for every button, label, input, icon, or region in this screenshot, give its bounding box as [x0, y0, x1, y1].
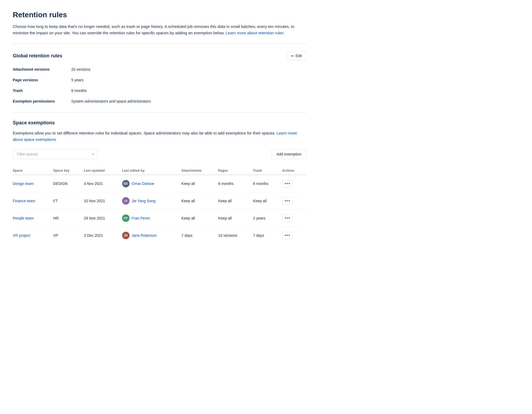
cell-trash-3: 7 days [253, 227, 282, 244]
chevron-down-icon: ▾ [92, 152, 94, 156]
cell-last-updated-3: 3 Dec 2021 [84, 227, 122, 244]
cell-space-1: Finance team [13, 192, 53, 210]
col-space: Space [13, 167, 53, 175]
exemption-permissions-value: System administrators and space administ… [71, 98, 306, 105]
cell-actions-2: ••• [282, 210, 306, 227]
cell-pages-3: 10 versions [218, 227, 253, 244]
section-divider-2 [13, 112, 306, 113]
edit-label: Edit [296, 54, 302, 58]
cell-trash-0: 6 months [253, 175, 282, 192]
col-space-key: Space key [53, 167, 84, 175]
learn-more-retention-link[interactable]: Learn more about retention rules [226, 31, 284, 35]
cell-last-edited-1: JY Jie Yang Song [122, 192, 181, 210]
global-rules-title: Global retention rules [13, 53, 62, 59]
cell-trash-2: 2 years [253, 210, 282, 227]
more-actions-button-0[interactable]: ••• [282, 180, 293, 187]
more-actions-button-3[interactable]: ••• [282, 232, 293, 239]
cell-last-edited-3: JR Jane Rotanson [122, 227, 181, 244]
cell-pages-0: 6 months [218, 175, 253, 192]
exemptions-table: Space Space key Last updated Last edited… [13, 167, 306, 244]
space-exemptions-header: Space exemptions [13, 120, 306, 126]
col-pages: Pages [218, 167, 253, 175]
edit-button[interactable]: ✏ Edit [286, 51, 306, 60]
section-divider-1 [13, 44, 306, 44]
col-last-edited-by: Last edited by [122, 167, 181, 175]
space-link-3[interactable]: VR project [13, 233, 30, 238]
cell-actions-0: ••• [282, 175, 306, 192]
attachment-versions-value: 20 versions [71, 66, 306, 73]
page-title: Retention rules [13, 11, 306, 19]
cell-space-key-3: VP [53, 227, 84, 244]
cell-trash-1: Keep all [253, 192, 282, 210]
space-link-2[interactable]: People team [13, 216, 34, 220]
cell-space-2: People team [13, 210, 53, 227]
more-actions-button-1[interactable]: ••• [282, 197, 293, 205]
col-attachments: Attachments [181, 167, 218, 175]
cell-last-edited-0: OD Omar Darboe [122, 175, 181, 192]
table-row: People team HR 29 Nov 2021 FP Fran Perez… [13, 210, 306, 227]
attachment-versions-label: Attachment versions [13, 66, 71, 73]
exemption-permissions-label: Exemption permissions [13, 98, 71, 105]
editor-link-2[interactable]: Fran Perez [132, 216, 150, 220]
global-rules-header: Global retention rules ✏ Edit [13, 51, 306, 60]
table-row: Finance team FT 10 Nov 2021 JY Jie Yang … [13, 192, 306, 210]
global-rules-grid: Attachment versions 20 versions Page ver… [13, 66, 306, 105]
cell-attachments-0: Keep all [181, 175, 218, 192]
cell-pages-2: Keep all [218, 210, 253, 227]
space-link-0[interactable]: Design team [13, 181, 34, 186]
cell-last-updated-0: 4 Nov 2021 [84, 175, 122, 192]
cell-space-key-1: FT [53, 192, 84, 210]
space-exemptions-title: Space exemptions [13, 120, 55, 126]
page-versions-value: 5 years [71, 76, 306, 84]
space-link-1[interactable]: Finance team [13, 199, 35, 203]
col-last-updated: Last updated [84, 167, 122, 175]
page-description: Choose how long to keep data that's no l… [13, 23, 306, 36]
avatar-0: OD [122, 180, 130, 187]
cell-last-updated-2: 29 Nov 2021 [84, 210, 122, 227]
filter-spaces-dropdown[interactable]: Filter spaces ▾ [13, 149, 98, 159]
cell-actions-3: ••• [282, 227, 306, 244]
avatar-2: FP [122, 214, 130, 222]
editor-link-0[interactable]: Omar Darboe [132, 181, 154, 186]
page-versions-label: Page versions [13, 76, 71, 84]
add-exemption-button[interactable]: Add exemption [272, 149, 306, 159]
table-row: Design team DESIGN 4 Nov 2021 OD Omar Da… [13, 175, 306, 192]
cell-space-3: VR project [13, 227, 53, 244]
cell-space-0: Design team [13, 175, 53, 192]
avatar-1: JY [122, 197, 130, 205]
cell-attachments-2: Keep all [181, 210, 218, 227]
trash-label: Trash [13, 87, 71, 94]
cell-actions-1: ••• [282, 192, 306, 210]
cell-last-edited-2: FP Fran Perez [122, 210, 181, 227]
cell-last-updated-1: 10 Nov 2021 [84, 192, 122, 210]
cell-pages-1: Keep all [218, 192, 253, 210]
pencil-icon: ✏ [291, 54, 294, 58]
space-exemptions-description: Exemptions allow you to set different re… [13, 130, 306, 143]
cell-space-key-0: DESIGN [53, 175, 84, 192]
cell-attachments-3: 7 days [181, 227, 218, 244]
editor-link-1[interactable]: Jie Yang Song [132, 199, 156, 203]
more-actions-button-2[interactable]: ••• [282, 214, 293, 222]
avatar-3: JR [122, 232, 130, 239]
table-row: VR project VP 3 Dec 2021 JR Jane Rotanso… [13, 227, 306, 244]
filter-placeholder: Filter spaces [17, 152, 38, 156]
col-trash: Trash [253, 167, 282, 175]
trash-value: 6 months [71, 87, 306, 94]
cell-space-key-2: HR [53, 210, 84, 227]
toolbar: Filter spaces ▾ Add exemption [13, 149, 306, 159]
editor-link-3[interactable]: Jane Rotanson [132, 233, 157, 238]
cell-attachments-1: Keep all [181, 192, 218, 210]
table-header-row: Space Space key Last updated Last edited… [13, 167, 306, 175]
col-actions: Actions [282, 167, 306, 175]
space-exemptions-section: Space exemptions Exemptions allow you to… [13, 120, 306, 244]
